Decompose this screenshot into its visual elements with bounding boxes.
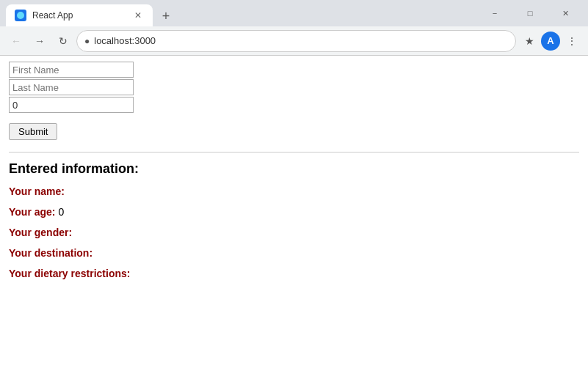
age-value: 0 [58,206,64,218]
tab-area: React App ✕ + [6,0,176,26]
name-row: Your name: [9,186,579,197]
menu-button[interactable]: ⋮ [562,31,582,51]
gender-label: Your gender: [9,227,72,238]
form-section: Submit [9,62,579,140]
first-name-input[interactable] [9,62,134,78]
destination-label: Your destination: [9,247,92,259]
divider [9,152,579,153]
submit-button[interactable]: Submit [9,123,57,140]
reload-button[interactable]: ↻ [53,31,73,51]
new-tab-button[interactable]: + [156,6,176,26]
browser-chrome: React App ✕ + − □ ✕ ← → ↻ ● ★ A ⋮ [0,0,588,56]
nav-right-controls: ★ A ⋮ [519,31,582,51]
age-input[interactable] [9,97,134,113]
navigation-bar: ← → ↻ ● ★ A ⋮ [0,26,588,56]
address-bar-container[interactable]: ● [76,30,516,52]
window-controls: − □ ✕ [478,0,582,26]
age-row: Your age: 0 [9,206,579,218]
info-section: Entered information: Your name: Your age… [9,161,579,279]
tab-favicon [15,10,26,21]
title-bar: React App ✕ + − □ ✕ [0,0,588,26]
destination-row: Your destination: [9,247,579,259]
forward-button[interactable]: → [29,31,50,51]
back-button[interactable]: ← [6,31,26,51]
favicon-icon [17,12,24,19]
bookmark-button[interactable]: ★ [519,31,540,51]
dietary-row: Your dietary restrictions: [9,268,579,279]
page-content: Submit Entered information: Your name: Y… [0,56,588,371]
maximize-button[interactable]: □ [513,0,547,26]
address-input[interactable] [94,35,508,46]
tab-close-button[interactable]: ✕ [132,10,144,21]
dietary-label: Your dietary restrictions: [9,268,130,279]
lock-icon: ● [84,36,90,46]
age-label: Your age: [9,206,56,218]
last-name-input[interactable] [9,79,134,95]
info-title: Entered information: [9,161,579,177]
gender-row: Your gender: [9,227,579,238]
profile-button[interactable]: A [541,32,560,51]
tab-title: React App [32,10,128,21]
minimize-button[interactable]: − [478,0,512,26]
name-label: Your name: [9,186,65,197]
close-button[interactable]: ✕ [548,0,582,26]
active-tab[interactable]: React App ✕ [6,4,153,26]
